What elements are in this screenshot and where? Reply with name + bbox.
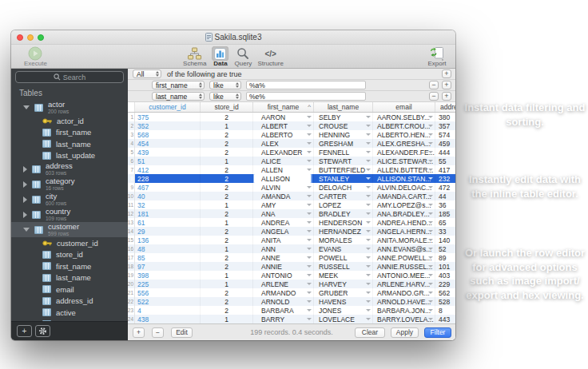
cell-email[interactable]: ALBERTO.HEN... — [373, 130, 435, 139]
cell-dropdown-icon[interactable] — [307, 195, 312, 197]
table-row[interactable]: 13611ANDREAHENDERSONANDREA.HEND...65 — [128, 218, 455, 227]
chevron-down-icon[interactable] — [23, 105, 30, 109]
clear-button[interactable]: Clear — [355, 327, 385, 338]
cell-dropdown-icon[interactable] — [428, 318, 433, 320]
cell-last-name[interactable]: HAVENS — [314, 297, 373, 306]
gear-button[interactable] — [35, 325, 50, 337]
cell-email[interactable]: ARMANDO.GR... — [373, 288, 435, 297]
cell-dropdown-icon[interactable] — [307, 160, 312, 162]
sidebar-column-customer_id[interactable]: customer_id — [11, 237, 128, 249]
cell-customer-id[interactable]: 4 — [135, 306, 201, 315]
chevron-right-icon[interactable] — [23, 166, 27, 173]
cell-first-name[interactable]: ALEXANDER — [253, 148, 314, 157]
cell-first-name[interactable]: ANNIE — [253, 262, 314, 271]
cell-dropdown-icon[interactable] — [428, 274, 433, 276]
cell-email[interactable]: ALICE.STEWAR... — [373, 157, 435, 165]
table-row[interactable]: 23521ALBERTCROUSEALBERT.CROU...357 — [128, 121, 455, 130]
table-row[interactable]: 13752AARONSELBYAARON.SELBY...380 — [128, 113, 455, 121]
cell-first-name[interactable]: AMY — [253, 200, 314, 209]
cell-dropdown-icon[interactable] — [366, 274, 371, 276]
cell-store-id[interactable]: 2 — [201, 236, 253, 244]
cell-dropdown-icon[interactable] — [428, 283, 433, 285]
sidebar-column-last_update[interactable]: last_update — [11, 150, 128, 162]
cell-store-id[interactable]: 2 — [201, 148, 253, 157]
sidebar-column-email[interactable]: email — [11, 284, 128, 296]
add-table-button[interactable]: + — [17, 325, 32, 337]
cell-customer-id[interactable]: 438 — [135, 315, 201, 323]
add-rule-button[interactable]: + — [442, 92, 451, 101]
cell-last-name[interactable]: BRADLEY — [314, 209, 373, 218]
table-row[interactable]: 74122ALLENBUTTERFIELDALLEN.BUTTER...417 — [128, 165, 455, 174]
cell-dropdown-icon[interactable] — [366, 283, 371, 285]
cell-email[interactable]: ALVIN.DELOAC... — [373, 183, 435, 192]
tab-structure[interactable]: </> Structure — [257, 46, 283, 67]
cell-dropdown-icon[interactable] — [307, 125, 312, 127]
cell-address-id[interactable]: 33 — [435, 227, 455, 236]
cell-email[interactable]: BARRY.LOVELA... — [373, 315, 435, 323]
cell-last-name[interactable]: EVANS — [314, 244, 373, 253]
cell-address-id[interactable]: 574 — [435, 130, 455, 139]
cell-email[interactable]: BARBARA.JON... — [373, 306, 435, 315]
tab-query[interactable]: Query — [234, 46, 252, 67]
cell-email[interactable]: AMY.LOPEZ@s... — [373, 200, 435, 209]
cell-store-id[interactable]: 2 — [201, 209, 253, 218]
cell-address-id[interactable]: 36 — [435, 200, 455, 209]
filter-value-input[interactable]: %e% — [246, 92, 366, 101]
table-row[interactable]: 2342BARBARAJONESBARBARA.JON...8 — [128, 306, 455, 315]
cell-first-name[interactable]: ANITA — [253, 236, 314, 244]
cell-email[interactable]: ANITA.MORALE... — [373, 236, 435, 244]
cell-last-name[interactable]: HARVEY — [314, 280, 373, 288]
cell-email[interactable]: ANN.EVANS@s... — [373, 244, 435, 253]
cell-email[interactable]: ALEX.GRESHA... — [373, 139, 435, 148]
sidebar-column-store_id[interactable]: store_id — [11, 249, 128, 261]
cell-first-name[interactable]: ARNOLD — [253, 297, 314, 306]
cell-email[interactable]: ANNE.POWELL... — [373, 253, 435, 262]
table-row[interactable]: 151362ANITAMORALESANITA.MORALE...140 — [128, 236, 455, 244]
cell-dropdown-icon[interactable] — [428, 204, 433, 206]
cell-dropdown-icon[interactable] — [428, 177, 433, 180]
sidebar-item-country[interactable]: country109 rows — [11, 207, 128, 222]
cell-dropdown-icon[interactable] — [428, 195, 433, 197]
cell-store-id[interactable]: 1 — [201, 200, 253, 209]
cell-dropdown-icon[interactable] — [307, 309, 312, 311]
table-row[interactable]: 94672ALVINDELOACHALVIN.DELOAC...472 — [128, 183, 455, 192]
cell-dropdown-icon[interactable] — [428, 300, 433, 303]
cell-store-id[interactable]: 2 — [201, 165, 253, 174]
cell-dropdown-icon[interactable] — [366, 125, 371, 127]
cell-last-name[interactable]: HENNING — [314, 130, 373, 139]
cell-last-name[interactable]: GRESHAM — [314, 139, 373, 148]
cell-email[interactable]: ARLENE.HARV... — [373, 280, 435, 288]
cell-dropdown-icon[interactable] — [428, 309, 433, 311]
cell-address-id[interactable]: 185 — [435, 209, 455, 218]
sidebar-column-active[interactable]: active — [11, 307, 128, 319]
cell-dropdown-icon[interactable] — [307, 292, 312, 294]
cell-dropdown-icon[interactable] — [366, 265, 371, 268]
cell-dropdown-icon[interactable] — [428, 116, 433, 118]
cell-store-id[interactable]: 1 — [201, 157, 253, 165]
cell-dropdown-icon[interactable] — [366, 292, 371, 294]
cell-dropdown-icon[interactable] — [307, 142, 312, 145]
cell-dropdown-icon[interactable] — [428, 239, 433, 241]
cell-customer-id[interactable]: 32 — [135, 200, 201, 209]
cell-first-name[interactable]: ANTONIO — [253, 271, 314, 280]
cell-first-name[interactable]: ALVIN — [253, 183, 314, 192]
cell-address-id[interactable]: 55 — [435, 157, 455, 165]
cell-last-name[interactable]: MORALES — [314, 236, 373, 244]
table-row[interactable]: 10402AMANDACARTERAMANDA.CART...44 — [128, 192, 455, 200]
cell-store-id[interactable]: 1 — [201, 280, 253, 288]
sidebar-item-city[interactable]: city600 rows — [11, 192, 128, 207]
cell-email[interactable]: AARON.SELBY... — [373, 113, 435, 121]
cell-dropdown-icon[interactable] — [428, 248, 433, 250]
cell-dropdown-icon[interactable] — [428, 292, 433, 294]
cell-email[interactable]: ALBERT.CROU... — [373, 121, 435, 130]
sidebar-column-actor_id[interactable]: actor_id — [11, 115, 128, 127]
cell-store-id[interactable]: 1 — [201, 315, 253, 323]
cell-store-id[interactable]: 1 — [201, 244, 253, 253]
cell-last-name[interactable]: CARTER — [314, 192, 373, 200]
table-row[interactable]: 35682ALBERTOHENNINGALBERTO.HEN...574 — [128, 130, 455, 139]
add-rule-button[interactable]: + — [442, 69, 451, 78]
sidebar-column-last_name[interactable]: last_name — [11, 138, 128, 150]
table-row[interactable]: 54392ALEXANDERFENNELLALEXANDER.FE...444 — [128, 148, 455, 157]
cell-customer-id[interactable]: 225 — [135, 280, 201, 288]
cell-last-name[interactable]: CROUSE — [314, 121, 373, 130]
